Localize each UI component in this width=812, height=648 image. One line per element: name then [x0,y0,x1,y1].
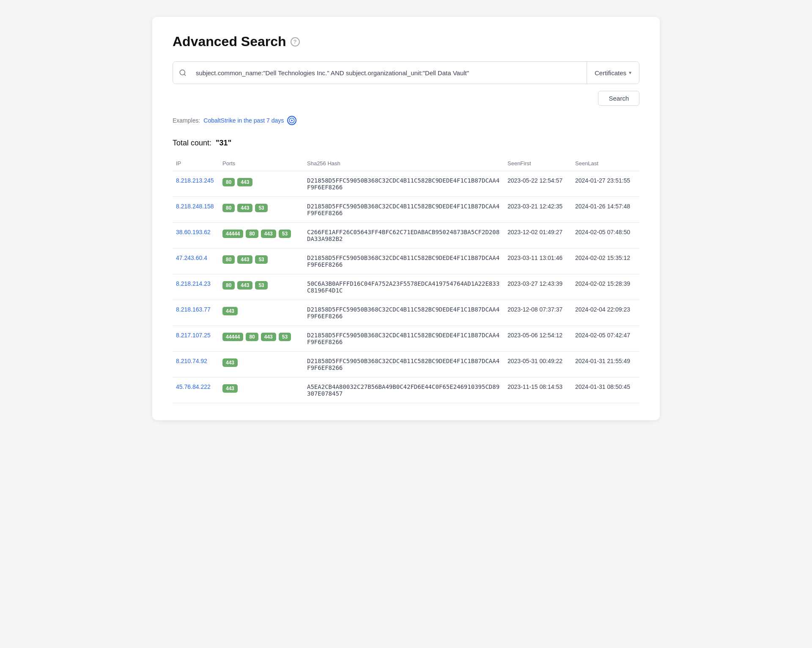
port-badge: 443 [237,178,252,186]
table-row: 8.218.213.24580443D21858D5FFC59050B368C3… [173,171,639,197]
ip-link[interactable]: 8.218.163.77 [176,306,211,313]
ports-cell: 443 [219,300,304,326]
port-badge: 443 [237,281,252,290]
port-badge: 44444 [222,333,243,341]
port-badge: 80 [246,230,258,238]
seen-last-cell: 2024-01-31 21:55:49 [572,352,639,377]
type-label: Certificates [595,69,626,77]
search-bar: Certificates ▾ [173,61,639,84]
port-badge: 443 [222,384,238,393]
seen-first-cell: 2023-03-27 12:43:39 [504,274,572,300]
seen-last-cell: 2024-02-02 15:35:12 [572,249,639,274]
ports-cell: 80443 [219,171,304,197]
ports-cell: 8044353 [219,274,304,300]
port-badge: 443 [261,333,276,341]
ip-link[interactable]: 8.217.107.25 [176,332,211,339]
page-title-row: Advanced Search ? [173,34,639,49]
seen-last-cell: 2024-02-05 07:42:47 [572,326,639,352]
port-badge: 80 [222,178,235,186]
port-badge: 443 [261,230,276,238]
search-icon [173,62,192,84]
seen-first-cell: 2023-05-31 00:49:22 [504,352,572,377]
search-button[interactable]: Search [598,91,639,106]
seen-last-cell: 2024-01-31 08:50:45 [572,377,639,403]
table-row: 45.76.84.222443A5EA2CB4A80032C27B56BA49B… [173,377,639,403]
ports-cell: 443 [219,352,304,377]
ports-cell: 444448044353 [219,223,304,249]
ports-cell: 8044353 [219,249,304,274]
table-row: 38.60.193.62444448044353C266FE1AFF26C056… [173,223,639,249]
seen-first-cell: 2023-03-21 12:42:35 [504,197,572,223]
ip-link[interactable]: 8.218.248.158 [176,203,214,210]
col-header-hash: Sha256 Hash [304,156,504,171]
page-container: Advanced Search ? Certificates ▾ Search … [152,17,660,420]
col-header-seen-last: SeenLast [572,156,639,171]
port-badge: 44444 [222,230,243,238]
ip-link[interactable]: 45.76.84.222 [176,383,211,390]
type-selector[interactable]: Certificates ▾ [587,62,639,84]
hash-cell: A5EA2CB4A80032C27B56BA49B0C42FD6E44C0F65… [304,377,504,403]
svg-line-1 [184,74,185,75]
seen-first-cell: 2023-05-06 12:54:12 [504,326,572,352]
total-count: Total count: "31" [173,139,639,148]
port-badge: 443 [222,307,238,315]
hash-cell: D21858D5FFC59050B368C32CDC4B11C582BC9DED… [304,352,504,377]
seen-last-cell: 2024-01-27 23:51:55 [572,171,639,197]
ports-cell: 443 [219,377,304,403]
ip-link[interactable]: 8.218.214.23 [176,280,211,287]
port-badge: 443 [222,358,238,367]
hash-cell: C266FE1AFF26C05643FF4BFC62C71EDABACB9502… [304,223,504,249]
port-badge: 80 [222,255,235,264]
ip-link[interactable]: 47.243.60.4 [176,254,207,261]
table-row: 8.210.74.92443D21858D5FFC59050B368C32CDC… [173,352,639,377]
chevron-down-icon: ▾ [629,70,631,76]
table-row: 8.218.214.23804435350C6A3B0AFFFD16C04FA7… [173,274,639,300]
seen-first-cell: 2023-12-02 01:49:27 [504,223,572,249]
table-row: 8.218.248.1588044353D21858D5FFC59050B368… [173,197,639,223]
table-row: 8.217.107.25444448044353D21858D5FFC59050… [173,326,639,352]
col-header-ip: IP [173,156,219,171]
seen-last-cell: 2024-01-26 14:57:48 [572,197,639,223]
examples-row: Examples: CobaltStrike in the past 7 day… [173,116,639,125]
table-row: 47.243.60.48044353D21858D5FFC59050B368C3… [173,249,639,274]
port-badge: 53 [279,333,291,341]
search-input[interactable] [192,62,587,84]
seen-first-cell: 2023-03-11 13:01:46 [504,249,572,274]
ip-link[interactable]: 8.218.213.245 [176,177,214,184]
ip-link[interactable]: 8.210.74.92 [176,358,207,364]
page-title: Advanced Search [173,34,286,49]
ports-cell: 444448044353 [219,326,304,352]
port-badge: 80 [222,281,235,290]
search-button-row: Search [173,91,639,106]
port-badge: 443 [237,255,252,264]
examples-link[interactable]: CobaltStrike in the past 7 days [203,117,284,124]
port-badge: 53 [255,255,267,264]
hash-cell: D21858D5FFC59050B368C32CDC4B11C582BC9DED… [304,249,504,274]
seen-first-cell: 2023-05-22 12:54:57 [504,171,572,197]
hash-cell: D21858D5FFC59050B368C32CDC4B11C582BC9DED… [304,171,504,197]
port-badge: 53 [255,281,267,290]
port-badge: 53 [255,204,267,212]
col-header-ports: Ports [219,156,304,171]
examples-label: Examples: [173,117,200,124]
port-badge: 53 [279,230,291,238]
ip-link[interactable]: 38.60.193.62 [176,229,211,235]
help-icon[interactable]: ? [291,37,300,46]
port-badge: 80 [222,204,235,212]
hash-cell: D21858D5FFC59050B368C32CDC4B11C582BC9DED… [304,300,504,326]
port-badge: 443 [237,204,252,212]
seen-last-cell: 2024-02-04 22:09:23 [572,300,639,326]
hash-cell: D21858D5FFC59050B368C32CDC4B11C582BC9DED… [304,197,504,223]
port-badge: 80 [246,333,258,341]
col-header-seen-first: SeenFirst [504,156,572,171]
more-examples-icon[interactable] [287,116,296,125]
ports-cell: 8044353 [219,197,304,223]
seen-last-cell: 2024-02-05 07:48:50 [572,223,639,249]
hash-cell: D21858D5FFC59050B368C32CDC4B11C582BC9DED… [304,326,504,352]
hash-cell: 50C6A3B0AFFFD16C04FA752A23F5578EDCA41975… [304,274,504,300]
seen-first-cell: 2023-11-15 08:14:53 [504,377,572,403]
seen-last-cell: 2024-02-02 15:28:39 [572,274,639,300]
results-table: IP Ports Sha256 Hash SeenFirst SeenLast … [173,156,639,403]
table-row: 8.218.163.77443D21858D5FFC59050B368C32CD… [173,300,639,326]
seen-first-cell: 2023-12-08 07:37:37 [504,300,572,326]
